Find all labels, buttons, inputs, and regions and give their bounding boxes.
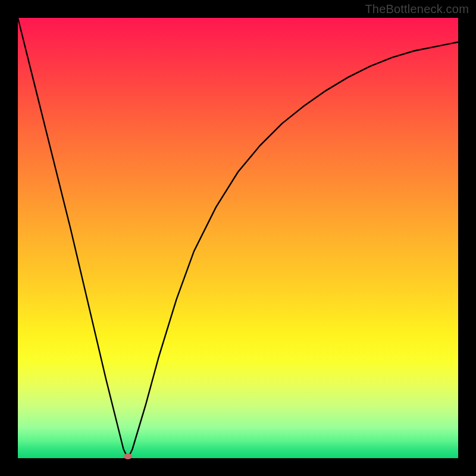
optimal-marker <box>124 453 132 459</box>
bottleneck-curve <box>18 18 458 458</box>
watermark: TheBottleneck.com <box>365 2 469 16</box>
curve-path <box>18 18 458 458</box>
plot-area <box>18 18 458 458</box>
chart-frame: TheBottleneck.com <box>0 0 476 476</box>
